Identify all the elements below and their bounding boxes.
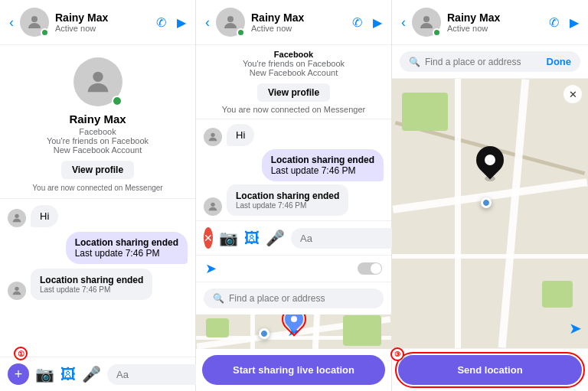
pin-wrap-p2: ② <box>285 314 303 328</box>
phone-icon-p2[interactable]: ✆ <box>352 15 362 30</box>
map-background-p3: ✕ ➤ <box>392 79 588 348</box>
send-btn-wrap: Send location ③ <box>398 355 582 385</box>
road-v2 <box>498 79 529 348</box>
profile-name: Rainy Max <box>69 112 126 125</box>
camera-icon[interactable]: 📷 <box>35 365 54 383</box>
p2-location-title-sent: Location sharing ended <box>271 155 374 165</box>
close-map-button[interactable]: ✕ <box>564 85 582 103</box>
back-icon-p2[interactable]: ‹ <box>205 15 210 31</box>
online-indicator-p3 <box>433 28 441 37</box>
message-location-received: Location sharing ended Last update 7:46 … <box>8 269 188 300</box>
plus-btn-wrap: + ① <box>8 363 29 385</box>
road-v1-p2 <box>250 314 255 349</box>
location-time-sent: Last update 7:46 PM <box>75 248 178 259</box>
location-pin-p2: ② <box>285 314 303 328</box>
header-info-p2: Rainy Max Active now <box>251 11 346 33</box>
circle-number-3: ③ <box>390 347 404 361</box>
panel-location-picker: ‹ Rainy Max Active now ✆ ▶ Facebook You'… <box>196 0 392 391</box>
panel-chat: ‹ Rainy Max Active now ✆ ▶ Rainy Max Fac… <box>0 0 196 391</box>
profile-section: Rainy Max Facebook You're friends on Fac… <box>0 45 195 199</box>
green-area-1 <box>343 315 381 346</box>
svg-point-1 <box>93 72 103 82</box>
close-icon-p2[interactable]: ✕ <box>204 227 213 249</box>
p2-location-time-received: Last update 7:46 PM <box>236 201 339 210</box>
send-location-button[interactable]: Send location <box>398 355 582 385</box>
p2-account: New Facebook Account <box>205 68 382 77</box>
avatar-p2 <box>216 8 245 37</box>
back-icon[interactable]: ‹ <box>9 15 14 31</box>
profile-account: New Facebook Account <box>54 145 142 155</box>
phone-icon-p3[interactable]: ✆ <box>549 15 559 30</box>
svg-point-2 <box>15 214 18 218</box>
search-icon-p3: 🔍 <box>409 57 420 67</box>
p2-facebook: Facebook <box>205 50 382 59</box>
search-icon-p2: 🔍 <box>213 293 224 304</box>
bubble-hi: Hi <box>31 205 58 227</box>
road-main <box>393 178 588 213</box>
profile-avatar <box>74 57 122 106</box>
pin-inner-large <box>485 155 495 165</box>
mic-icon[interactable]: 🎤 <box>82 365 101 383</box>
p2-bubble-location-received: Location sharing ended Last update 7:46 … <box>227 184 348 216</box>
header-info-p3: Rainy Max Active now <box>447 11 543 33</box>
contact-status-p2: Active now <box>251 24 346 33</box>
current-location-dot-p2 <box>259 328 270 339</box>
search-wrap-p2: 🔍 <box>204 288 384 308</box>
p2-location-time-sent: Last update 7:46 PM <box>271 165 374 176</box>
video-icon[interactable]: ▶ <box>177 15 186 30</box>
svg-point-0 <box>31 16 38 22</box>
view-profile-button[interactable]: View profile <box>61 161 134 179</box>
plus-icon[interactable]: + <box>8 363 29 385</box>
video-icon-p3[interactable]: ▶ <box>570 15 579 30</box>
search-input-p2[interactable] <box>229 293 374 304</box>
search-input-p3[interactable] <box>425 57 542 67</box>
contact-status: Active now <box>55 24 150 33</box>
road-v1 <box>455 79 461 348</box>
done-button[interactable]: Done <box>547 56 572 67</box>
location-time-received: Last update 7:46 PM <box>40 285 143 294</box>
toggle-switch[interactable] <box>358 262 382 275</box>
location-title-sent: Location sharing ended <box>75 237 178 248</box>
location-title-received: Location sharing ended <box>40 275 143 285</box>
panel2-map: ➤ ② <box>196 314 391 349</box>
road-v2-p2 <box>312 314 320 349</box>
panel3-map: ✕ ➤ <box>392 79 588 348</box>
online-indicator-p2 <box>237 28 245 37</box>
view-profile-button-p2[interactable]: View profile <box>257 83 330 102</box>
p2-location-title-received: Location sharing ended <box>236 191 339 201</box>
road-h2 <box>392 254 588 259</box>
chat-toolbar: + ① 📷 🖼 🎤 😊 👍 <box>0 357 195 391</box>
navigation-arrow-p2[interactable]: ➤ <box>205 260 217 277</box>
map-background-p2: ➤ ② <box>196 314 391 349</box>
camera-icon-p2[interactable]: 📷 <box>219 229 238 247</box>
start-sharing-button[interactable]: Start sharing live location <box>202 355 385 385</box>
bubble-location-received: Location sharing ended Last update 7:46 … <box>31 269 152 300</box>
avatar-p3 <box>412 8 441 37</box>
mic-icon-p2[interactable]: 🎤 <box>266 229 285 247</box>
bubble-location-sent: Location sharing ended Last update 7:46 … <box>66 232 188 264</box>
header-info: Rainy Max Active now <box>55 11 150 33</box>
p2-connected: You are now connected on Messenger <box>205 105 382 114</box>
p2-bubble-hi: Hi <box>227 124 254 146</box>
msg-avatar-2 <box>8 282 26 300</box>
svg-point-3 <box>15 287 18 291</box>
profile-friends: You're friends on Facebook <box>47 136 149 145</box>
current-location-dot-p3 <box>481 197 492 208</box>
p2-msg-location-received: Location sharing ended Last update 7:46 … <box>204 184 384 216</box>
video-icon-p2[interactable]: ▶ <box>373 15 382 30</box>
search-wrap-p3: 🔍 Done <box>400 51 580 72</box>
p2-friends: You're friends on Facebook <box>205 59 382 68</box>
image-icon[interactable]: 🖼 <box>60 366 76 383</box>
avatar <box>20 8 49 37</box>
back-icon-p3[interactable]: ‹ <box>401 15 406 31</box>
online-indicator <box>41 28 49 37</box>
image-icon-p2[interactable]: 🖼 <box>244 230 260 247</box>
green-area-2 <box>206 318 229 337</box>
header-actions: ✆ ▶ <box>156 15 186 30</box>
panel3-header: ‹ Rainy Max Active now ✆ ▶ <box>392 0 588 45</box>
profile-source: Facebook <box>79 127 116 136</box>
nav-toggle-row: ➤ <box>196 256 391 282</box>
nav-arrow-map[interactable]: ➤ <box>569 319 582 337</box>
pin-head-large <box>471 140 510 179</box>
phone-icon[interactable]: ✆ <box>156 15 166 30</box>
